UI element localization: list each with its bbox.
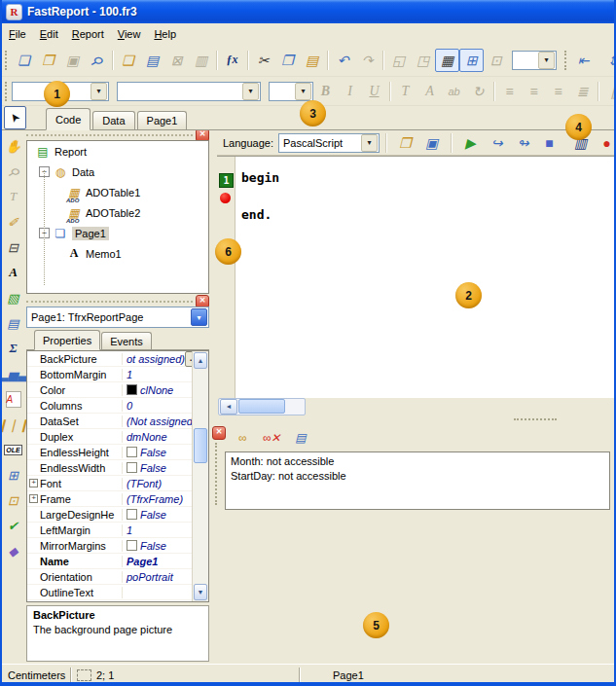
watch-properties-button[interactable]: ▤: [289, 427, 312, 449]
new-dialog-button[interactable]: ▤: [140, 49, 164, 72]
checkbox-object-button[interactable]: ✔: [2, 514, 24, 537]
prop-row-largedesignheight[interactable]: LargeDesignHe False: [27, 507, 192, 523]
watch-panel-grip[interactable]: [215, 443, 217, 505]
run-script-button[interactable]: ▶: [458, 131, 483, 155]
rotate-text-button[interactable]: ↻: [466, 80, 490, 103]
add-watch-button[interactable]: ∞: [231, 427, 254, 449]
align-to-grid-button[interactable]: ⊞: [459, 49, 484, 72]
select-tool-button[interactable]: ➤: [4, 106, 26, 129]
shape-object-button[interactable]: ◆: [2, 539, 24, 562]
text-edit-tool-button[interactable]: T: [2, 185, 24, 208]
tree-item-report[interactable]: ▤ Report: [27, 141, 208, 162]
prop-row-color[interactable]: Color clNone: [27, 382, 192, 398]
code-text[interactable]: begin end.: [236, 157, 279, 398]
toolbar-grip[interactable]: [5, 51, 7, 70]
object-selector-combobox[interactable]: Page1: TfrxReportPage ▾: [26, 307, 209, 328]
prop-value[interactable]: False: [123, 540, 192, 552]
subreport-object-button[interactable]: ▤: [2, 311, 24, 335]
new-page-button[interactable]: ❑: [116, 49, 140, 72]
editor-hscrollbar[interactable]: ◄: [217, 398, 614, 415]
text-object-button[interactable]: A: [2, 261, 24, 284]
preview-button[interactable]: ⚲: [85, 49, 109, 72]
frame-lines-button[interactable]: ∥: [601, 80, 614, 103]
hscrollbar-track[interactable]: ◄: [218, 398, 306, 415]
report-tree-grip[interactable]: ✕: [24, 130, 211, 140]
richtext-object-button[interactable]: A: [2, 387, 24, 411]
bold-button[interactable]: B: [313, 80, 338, 103]
tab-code[interactable]: Code: [46, 108, 91, 130]
hand-tool-button[interactable]: ✋: [2, 134, 24, 158]
prop-row-outlinetext[interactable]: OutlineText: [27, 585, 192, 600]
menu-help[interactable]: Help: [147, 25, 183, 43]
prop-row-duplex[interactable]: Duplex dmNone: [27, 429, 192, 445]
prop-row-backpicture[interactable]: BackPicture ot assigned)…: [27, 351, 192, 367]
italic-button[interactable]: I: [338, 80, 362, 103]
watch-panel-splitter[interactable]: [217, 415, 614, 423]
chevron-down-icon[interactable]: ▾: [538, 52, 555, 69]
prop-value[interactable]: (TfrxFrame): [123, 493, 192, 505]
prop-value[interactable]: (Not assigned): [123, 415, 192, 427]
prop-value[interactable]: dmNone: [123, 431, 192, 443]
show-grid-button[interactable]: ▦: [435, 49, 459, 72]
insert-band-button[interactable]: ⊟: [2, 235, 24, 259]
chart-object-button[interactable]: ▂▅▃: [2, 362, 24, 385]
scroll-up-icon[interactable]: ▲: [194, 352, 207, 369]
menu-edit[interactable]: Edit: [33, 25, 65, 43]
font-name-combobox[interactable]: ▾: [117, 82, 261, 101]
prop-value[interactable]: False: [123, 509, 192, 521]
tree-item-memo1[interactable]: A Memo1: [27, 243, 208, 264]
hscrollbar-thumb[interactable]: [238, 399, 285, 414]
tab-events[interactable]: Events: [101, 332, 152, 349]
checkbox[interactable]: [127, 447, 137, 457]
prop-row-name[interactable]: Name Page1: [27, 554, 192, 569]
menu-report[interactable]: Report: [65, 25, 111, 43]
breakpoint-button[interactable]: ●: [595, 131, 616, 155]
zoom-tool-button[interactable]: ⚲: [2, 160, 24, 183]
zoom-combobox[interactable]: ▾: [512, 51, 557, 70]
tab-page1[interactable]: Page1: [137, 111, 188, 129]
fit-to-grid-button[interactable]: ⊡: [484, 49, 508, 72]
align-centers-button[interactable]: ⇕: [600, 49, 614, 72]
chevron-down-icon[interactable]: ▾: [361, 134, 378, 152]
prop-row-leftmargin[interactable]: LeftMargin 1: [27, 523, 192, 538]
data-object-button[interactable]: ⊡: [2, 488, 24, 512]
undo-button[interactable]: ↶: [331, 49, 355, 72]
language-combobox[interactable]: PascalScript ▾: [278, 133, 380, 153]
close-watch-button[interactable]: ✕: [212, 426, 226, 440]
code-editor[interactable]: 1 begin end.: [217, 156, 614, 398]
tree-item-page1[interactable]: − ❏ Page1: [27, 223, 208, 243]
align-left-edges-button[interactable]: ⇤: [571, 49, 596, 72]
prop-row-columns[interactable]: Columns 0: [27, 398, 192, 414]
toolbar-grip[interactable]: [564, 51, 566, 70]
delete-watch-button[interactable]: ∞✕: [260, 427, 283, 449]
barcode-object-button[interactable]: ❙❘❙: [2, 413, 24, 436]
prop-row-bottommargin[interactable]: BottomMargin 1: [27, 367, 192, 382]
font-settings-button[interactable]: T: [393, 80, 417, 103]
scrollbar-thumb[interactable]: [194, 428, 207, 463]
font-color-button[interactable]: A: [417, 80, 442, 103]
prop-row-mirrormargins[interactable]: MirrorMargins False: [27, 538, 192, 554]
prop-row-font[interactable]: + Font (TFont): [27, 476, 192, 491]
open-button[interactable]: ❒: [36, 49, 60, 72]
save-button[interactable]: ▣: [60, 49, 85, 72]
chevron-down-icon[interactable]: ▾: [295, 83, 311, 100]
prop-value[interactable]: poPortrait: [123, 571, 192, 583]
variables-button[interactable]: ƒx: [220, 49, 244, 72]
breakpoint-dot[interactable]: [220, 193, 231, 203]
step-into-button[interactable]: ↪: [485, 131, 509, 155]
tree-item-data[interactable]: − ◍ Data: [27, 162, 208, 182]
menu-view[interactable]: View: [111, 25, 148, 43]
crosstab-object-button[interactable]: ⊞: [2, 463, 24, 487]
justify-button[interactable]: ≣: [570, 80, 595, 103]
redo-button[interactable]: ↷: [355, 49, 380, 72]
font-size-combobox[interactable]: ▾: [269, 82, 313, 101]
property-grid-scrollbar[interactable]: ▲ ▼: [192, 351, 208, 601]
page-settings-button[interactable]: ▥: [189, 49, 213, 72]
system-text-button[interactable]: Σ: [2, 337, 24, 360]
group-button[interactable]: ◱: [386, 49, 411, 72]
stop-script-button[interactable]: ■: [537, 131, 562, 155]
copy-button[interactable]: ❐: [275, 49, 300, 72]
tab-data[interactable]: Data: [92, 111, 134, 129]
tree-item-adotable1[interactable]: ▦ADO ADOTable1: [27, 182, 208, 202]
prop-row-endlesswidth[interactable]: EndlessWidth False: [27, 460, 192, 476]
